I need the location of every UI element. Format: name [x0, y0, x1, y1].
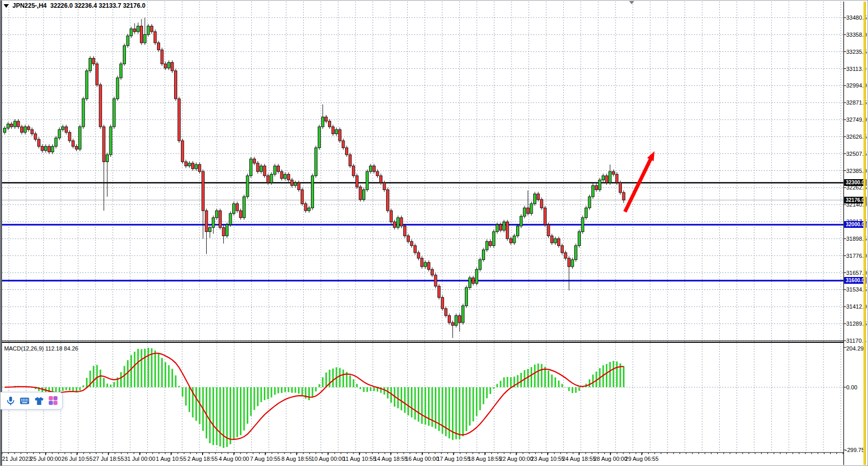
- time-axis-label: 16 Aug 00:00: [405, 456, 439, 462]
- time-axis-label: 11 Aug 10:55: [343, 456, 376, 462]
- trading-terminal-window: JPN225-,H4 32226.0 32236.4 32133.7 32176…: [0, 0, 868, 466]
- candles-series: [4, 18, 625, 338]
- keyboard-icon[interactable]: [20, 396, 30, 406]
- macd-axis-max-label: 204.29: [846, 345, 864, 352]
- time-axis-label: 21 Jul 2023: [2, 456, 32, 462]
- apps-grid-icon[interactable]: [49, 396, 58, 405]
- chart-shift-marker[interactable]: [629, 1, 634, 4]
- symbol-title: JPN225-,H4: [12, 2, 47, 9]
- chevron-down-icon[interactable]: [4, 4, 9, 8]
- input-overlay-toolbar: [0, 392, 63, 410]
- time-axis-label: 18 Aug 18:55: [468, 456, 502, 462]
- time-axis-label: 7 Aug 10:55: [250, 456, 280, 462]
- pen-fragment-icon[interactable]: [0, 396, 2, 406]
- time-axis-label: 2 Aug 18:55: [187, 456, 218, 462]
- macd-axis-min-label: -299.75: [845, 447, 864, 453]
- time-axis-label: 22 Aug 00:00: [500, 456, 533, 462]
- macd-histogram: [4, 348, 625, 448]
- shirt-icon[interactable]: [34, 396, 44, 406]
- time-axis-label: 4 Aug 00:00: [219, 456, 249, 462]
- time-axis-label: 10 Aug 00:00: [311, 456, 345, 462]
- microphone-icon[interactable]: [6, 396, 15, 406]
- symbol-header: JPN225-,H4 32226.0 32236.4 32133.7 32176…: [4, 2, 146, 9]
- time-axis-label: 28 Aug 00:00: [593, 456, 627, 462]
- macd-axis-zero-label: 0.00: [846, 384, 857, 390]
- window-edge-highlight: [863, 2, 866, 465]
- price-chart[interactable]: [1, 1, 868, 466]
- time-axis-label: 27 Jul 18:55: [93, 456, 124, 462]
- ohlc-readout: 32226.0 32236.4 32133.7 32176.0: [50, 2, 146, 9]
- time-axis-label: 25 Jul 00:00: [30, 456, 61, 462]
- time-axis-label: 14 Aug 18:55: [374, 456, 408, 462]
- time-axis-label: 29 Aug 06:55: [625, 456, 659, 462]
- time-axis-label: 8 Aug 18:55: [281, 456, 312, 462]
- time-axis-label: 31 Jul 00:00: [124, 456, 155, 462]
- time-axis-label: 26 Jul 10:55: [62, 456, 93, 462]
- time-axis-label: 17 Aug 10:55: [437, 456, 471, 462]
- time-axis-label: 24 Aug 18:55: [562, 456, 596, 462]
- time-axis-label: 1 Aug 10:55: [156, 456, 187, 462]
- trend-arrow-annotation[interactable]: [625, 151, 654, 212]
- macd-indicator-label: MACD(12,26,9) 112.18 84.26: [4, 345, 78, 352]
- time-axis-label: 23 Aug 10:55: [531, 456, 564, 462]
